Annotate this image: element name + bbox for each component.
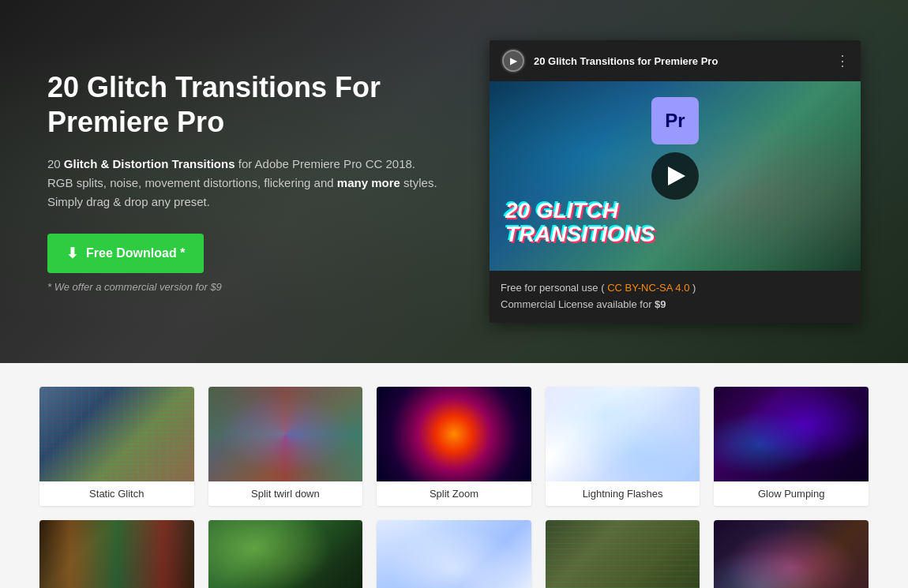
transition-card-data-moshing[interactable]: Data moshing bbox=[546, 520, 700, 588]
thumbnail-glow bbox=[714, 387, 869, 481]
transitions-row-1: Static Glitch Split twirl down Split Zoo… bbox=[39, 387, 869, 506]
commercial-license-text: Commercial License available for $9 bbox=[501, 298, 666, 310]
transition-card-split-zoom[interactable]: Split Zoom bbox=[377, 387, 531, 506]
thumbnail-text: 20 GLITCH TRANSITIONS bbox=[505, 199, 655, 248]
transition-card-lightning[interactable]: Lightning Flashes bbox=[546, 387, 700, 506]
label-split-zoom: Split Zoom bbox=[377, 481, 531, 506]
hero-video-panel: ▶ 20 Glitch Transitions for Premiere Pro… bbox=[490, 40, 861, 323]
desc-bold1: Glitch & Distortion Transitions bbox=[64, 157, 235, 170]
thumbnail-text-line1: 20 GLITCH bbox=[505, 198, 618, 223]
thumbnail-blob-zoom bbox=[714, 520, 869, 588]
desc-bold2: many more bbox=[337, 176, 400, 189]
video-header-left: ▶ 20 Glitch Transitions for Premiere Pro bbox=[501, 48, 718, 73]
free-download-button[interactable]: ⬇ Free Download * bbox=[47, 234, 204, 273]
label-lightning: Lightning Flashes bbox=[546, 481, 700, 506]
download-button-label: Free Download * bbox=[86, 246, 185, 260]
label-split-twirl: Split twirl down bbox=[208, 481, 363, 506]
thumbnail-light-leak bbox=[208, 520, 363, 588]
transition-card-light-leak[interactable]: Glitched Light Leak bbox=[208, 520, 363, 588]
label-static-glitch: Static Glitch bbox=[39, 481, 194, 506]
video-header: ▶ 20 Glitch Transitions for Premiere Pro… bbox=[490, 40, 861, 81]
premiere-pro-logo: Pr bbox=[651, 97, 699, 144]
transition-card-whip-pan[interactable]: Glitched Whip Pan bbox=[39, 520, 194, 588]
hero-section: 20 Glitch Transitions For Premiere Pro 2… bbox=[0, 0, 908, 363]
video-more-button[interactable]: ⋮ bbox=[835, 52, 850, 69]
label-glow: Glow Pumping bbox=[714, 481, 869, 506]
license-prefix: Free for personal use ( bbox=[501, 282, 605, 294]
commercial-note: * We offer a commercial version for $9 bbox=[47, 281, 442, 293]
video-container: ▶ 20 Glitch Transitions for Premiere Pro… bbox=[490, 40, 861, 323]
transitions-row-2: Glitched Whip Pan Glitched Light Leak Ch… bbox=[39, 520, 869, 588]
transition-card-chaos-zoom[interactable]: Chaos zoom bbox=[377, 520, 531, 588]
play-button[interactable] bbox=[651, 152, 699, 200]
transition-card-blob-zoom[interactable]: Blob Zoom bbox=[714, 520, 869, 588]
video-thumbnail[interactable]: Pr 20 GLITCH TRANSITIONS bbox=[490, 81, 861, 271]
desc-prefix: 20 bbox=[47, 157, 64, 170]
thumbnail-data-moshing bbox=[546, 520, 700, 588]
video-title: 20 Glitch Transitions for Premiere Pro bbox=[534, 55, 718, 67]
thumbnail-chaos-zoom bbox=[377, 520, 531, 588]
hero-title: 20 Glitch Transitions For Premiere Pro bbox=[47, 70, 442, 138]
hero-description: 20 Glitch & Distortion Transitions for A… bbox=[47, 155, 442, 212]
play-icon bbox=[668, 167, 685, 185]
thumbnail-static-glitch bbox=[39, 387, 194, 481]
license-suffix: ) bbox=[692, 282, 696, 294]
channel-icon-inner: ▶ bbox=[502, 50, 524, 72]
thumbnail-lightning bbox=[546, 387, 700, 481]
channel-icon: ▶ bbox=[501, 48, 526, 73]
thumbnail-split-zoom bbox=[377, 387, 531, 481]
video-info: Free for personal use ( CC BY-NC-SA 4.0 … bbox=[490, 271, 861, 323]
thumbnail-whip-pan bbox=[39, 520, 194, 588]
license-info: Free for personal use ( CC BY-NC-SA 4.0 … bbox=[501, 280, 850, 313]
transitions-grid-section: Static Glitch Split twirl down Split Zoo… bbox=[0, 363, 908, 588]
commercial-price: $9 bbox=[655, 298, 666, 310]
download-icon: ⬇ bbox=[66, 245, 78, 262]
transition-card-split-twirl[interactable]: Split twirl down bbox=[208, 387, 363, 506]
hero-content-left: 20 Glitch Transitions For Premiere Pro 2… bbox=[47, 70, 442, 292]
transition-card-glow[interactable]: Glow Pumping bbox=[714, 387, 869, 506]
transition-card-static-glitch[interactable]: Static Glitch bbox=[39, 387, 194, 506]
cc-license-link[interactable]: CC BY-NC-SA 4.0 bbox=[607, 282, 689, 294]
thumbnail-split-twirl bbox=[208, 387, 363, 481]
thumbnail-text-line2: TRANSITIONS bbox=[505, 222, 655, 246]
